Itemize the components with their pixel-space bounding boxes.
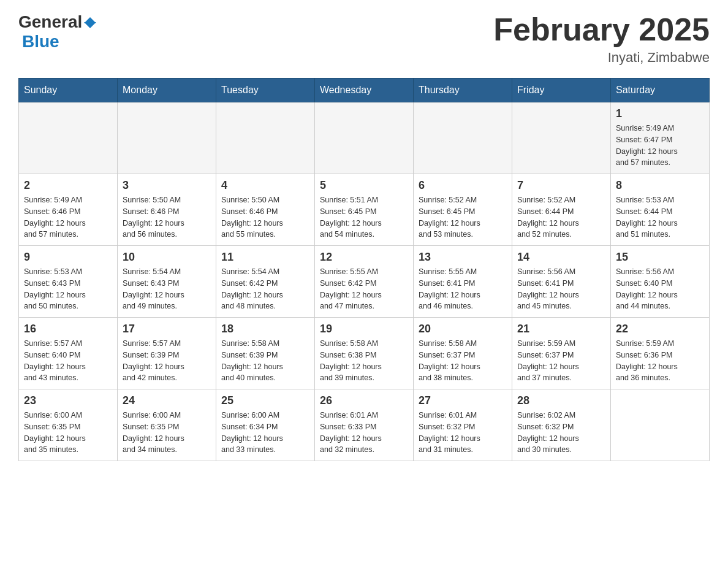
- calendar-cell: [315, 102, 414, 174]
- calendar-cell: [216, 102, 315, 174]
- logo: General Blue: [18, 12, 96, 52]
- day-number: 26: [320, 394, 408, 407]
- day-number: 14: [517, 251, 605, 264]
- day-info: Sunrise: 5:52 AM Sunset: 6:44 PM Dayligh…: [517, 194, 605, 240]
- calendar-cell: 2Sunrise: 5:49 AM Sunset: 6:46 PM Daylig…: [19, 174, 118, 246]
- day-of-week-header: Thursday: [414, 79, 512, 102]
- day-info: Sunrise: 6:01 AM Sunset: 6:32 PM Dayligh…: [419, 410, 507, 456]
- calendar-cell: 11Sunrise: 5:54 AM Sunset: 6:42 PM Dayli…: [216, 246, 315, 318]
- calendar-cell: 12Sunrise: 5:55 AM Sunset: 6:42 PM Dayli…: [315, 246, 414, 318]
- calendar-cell: 10Sunrise: 5:54 AM Sunset: 6:43 PM Dayli…: [118, 246, 216, 318]
- day-info: Sunrise: 5:58 AM Sunset: 6:38 PM Dayligh…: [320, 338, 408, 384]
- day-info: Sunrise: 5:49 AM Sunset: 6:47 PM Dayligh…: [616, 123, 704, 169]
- calendar-cell: 13Sunrise: 5:55 AM Sunset: 6:41 PM Dayli…: [414, 246, 512, 318]
- day-number: 2: [24, 179, 112, 192]
- day-info: Sunrise: 6:02 AM Sunset: 6:32 PM Dayligh…: [517, 410, 605, 456]
- day-info: Sunrise: 5:54 AM Sunset: 6:42 PM Dayligh…: [221, 266, 309, 312]
- day-number: 21: [517, 323, 605, 335]
- logo-blue-text: Blue: [21, 32, 59, 52]
- day-info: Sunrise: 5:55 AM Sunset: 6:42 PM Dayligh…: [320, 266, 408, 312]
- calendar-cell: 26Sunrise: 6:01 AM Sunset: 6:33 PM Dayli…: [315, 389, 414, 461]
- calendar-cell: 8Sunrise: 5:53 AM Sunset: 6:44 PM Daylig…: [611, 174, 710, 246]
- day-of-week-header: Friday: [512, 79, 611, 102]
- calendar-cell: [414, 102, 512, 174]
- week-row: 23Sunrise: 6:00 AM Sunset: 6:35 PM Dayli…: [19, 389, 710, 461]
- day-info: Sunrise: 6:00 AM Sunset: 6:34 PM Dayligh…: [221, 410, 309, 456]
- day-info: Sunrise: 5:55 AM Sunset: 6:41 PM Dayligh…: [419, 266, 507, 312]
- calendar-cell: [118, 102, 216, 174]
- day-header-row: SundayMondayTuesdayWednesdayThursdayFrid…: [19, 79, 710, 102]
- day-number: 16: [24, 323, 112, 335]
- day-number: 28: [517, 394, 605, 407]
- calendar-cell: 14Sunrise: 5:56 AM Sunset: 6:41 PM Dayli…: [512, 246, 611, 318]
- day-of-week-header: Tuesday: [216, 79, 315, 102]
- day-of-week-header: Sunday: [19, 79, 118, 102]
- day-info: Sunrise: 5:59 AM Sunset: 6:37 PM Dayligh…: [517, 338, 605, 384]
- calendar-cell: 23Sunrise: 6:00 AM Sunset: 6:35 PM Dayli…: [19, 389, 118, 461]
- week-row: 2Sunrise: 5:49 AM Sunset: 6:46 PM Daylig…: [19, 174, 710, 246]
- week-row: 16Sunrise: 5:57 AM Sunset: 6:40 PM Dayli…: [19, 318, 710, 389]
- day-info: Sunrise: 5:56 AM Sunset: 6:41 PM Dayligh…: [517, 266, 605, 312]
- day-info: Sunrise: 5:50 AM Sunset: 6:46 PM Dayligh…: [123, 194, 211, 240]
- calendar-cell: 28Sunrise: 6:02 AM Sunset: 6:32 PM Dayli…: [512, 389, 611, 461]
- calendar-cell: [19, 102, 118, 174]
- day-info: Sunrise: 5:57 AM Sunset: 6:40 PM Dayligh…: [24, 338, 112, 384]
- day-number: 25: [221, 394, 309, 407]
- calendar-cell: 7Sunrise: 5:52 AM Sunset: 6:44 PM Daylig…: [512, 174, 611, 246]
- calendar-cell: 5Sunrise: 5:51 AM Sunset: 6:45 PM Daylig…: [315, 174, 414, 246]
- day-of-week-header: Monday: [118, 79, 216, 102]
- week-row: 9Sunrise: 5:53 AM Sunset: 6:43 PM Daylig…: [19, 246, 710, 318]
- day-number: 23: [24, 394, 112, 407]
- day-number: 1: [616, 107, 704, 120]
- calendar-cell: 9Sunrise: 5:53 AM Sunset: 6:43 PM Daylig…: [19, 246, 118, 318]
- day-number: 6: [419, 179, 507, 192]
- day-number: 11: [221, 251, 309, 264]
- day-info: Sunrise: 5:51 AM Sunset: 6:45 PM Dayligh…: [320, 194, 408, 240]
- day-number: 7: [517, 179, 605, 192]
- day-number: 13: [419, 251, 507, 264]
- week-row: 1Sunrise: 5:49 AM Sunset: 6:47 PM Daylig…: [19, 102, 710, 174]
- day-info: Sunrise: 5:58 AM Sunset: 6:39 PM Dayligh…: [221, 338, 309, 384]
- day-info: Sunrise: 6:01 AM Sunset: 6:33 PM Dayligh…: [320, 410, 408, 456]
- day-number: 22: [616, 323, 704, 335]
- day-number: 24: [123, 394, 211, 407]
- day-number: 18: [221, 323, 309, 335]
- calendar-cell: 20Sunrise: 5:58 AM Sunset: 6:37 PM Dayli…: [414, 318, 512, 389]
- day-info: Sunrise: 6:00 AM Sunset: 6:35 PM Dayligh…: [123, 410, 211, 456]
- day-info: Sunrise: 5:53 AM Sunset: 6:44 PM Dayligh…: [616, 194, 704, 240]
- day-number: 10: [123, 251, 211, 264]
- day-number: 20: [419, 323, 507, 335]
- calendar-cell: 27Sunrise: 6:01 AM Sunset: 6:32 PM Dayli…: [414, 389, 512, 461]
- day-number: 8: [616, 179, 704, 192]
- day-info: Sunrise: 5:56 AM Sunset: 6:40 PM Dayligh…: [616, 266, 704, 312]
- calendar-cell: 18Sunrise: 5:58 AM Sunset: 6:39 PM Dayli…: [216, 318, 315, 389]
- month-title: February 2025: [493, 12, 710, 47]
- day-info: Sunrise: 5:58 AM Sunset: 6:37 PM Dayligh…: [419, 338, 507, 384]
- calendar-cell: 3Sunrise: 5:50 AM Sunset: 6:46 PM Daylig…: [118, 174, 216, 246]
- day-info: Sunrise: 6:00 AM Sunset: 6:35 PM Dayligh…: [24, 410, 112, 456]
- day-info: Sunrise: 5:52 AM Sunset: 6:45 PM Dayligh…: [419, 194, 507, 240]
- day-info: Sunrise: 5:57 AM Sunset: 6:39 PM Dayligh…: [123, 338, 211, 384]
- calendar-cell: 6Sunrise: 5:52 AM Sunset: 6:45 PM Daylig…: [414, 174, 512, 246]
- title-area: February 2025 Inyati, Zimbabwe: [493, 12, 710, 66]
- day-number: 15: [616, 251, 704, 264]
- day-number: 5: [320, 179, 408, 192]
- calendar-cell: 25Sunrise: 6:00 AM Sunset: 6:34 PM Dayli…: [216, 389, 315, 461]
- calendar-cell: 24Sunrise: 6:00 AM Sunset: 6:35 PM Dayli…: [118, 389, 216, 461]
- calendar-cell: 17Sunrise: 5:57 AM Sunset: 6:39 PM Dayli…: [118, 318, 216, 389]
- calendar-cell: [611, 389, 710, 461]
- day-info: Sunrise: 5:54 AM Sunset: 6:43 PM Dayligh…: [123, 266, 211, 312]
- day-info: Sunrise: 5:50 AM Sunset: 6:46 PM Dayligh…: [221, 194, 309, 240]
- calendar-cell: 21Sunrise: 5:59 AM Sunset: 6:37 PM Dayli…: [512, 318, 611, 389]
- day-info: Sunrise: 5:53 AM Sunset: 6:43 PM Dayligh…: [24, 266, 112, 312]
- day-of-week-header: Wednesday: [315, 79, 414, 102]
- page-header: General Blue February 2025 Inyati, Zimba…: [18, 12, 710, 66]
- day-of-week-header: Saturday: [611, 79, 710, 102]
- calendar-cell: 16Sunrise: 5:57 AM Sunset: 6:40 PM Dayli…: [19, 318, 118, 389]
- day-info: Sunrise: 5:49 AM Sunset: 6:46 PM Dayligh…: [24, 194, 112, 240]
- logo-general-text: General: [18, 12, 82, 32]
- calendar-cell: 4Sunrise: 5:50 AM Sunset: 6:46 PM Daylig…: [216, 174, 315, 246]
- calendar-cell: [512, 102, 611, 174]
- calendar-cell: 15Sunrise: 5:56 AM Sunset: 6:40 PM Dayli…: [611, 246, 710, 318]
- calendar-cell: 19Sunrise: 5:58 AM Sunset: 6:38 PM Dayli…: [315, 318, 414, 389]
